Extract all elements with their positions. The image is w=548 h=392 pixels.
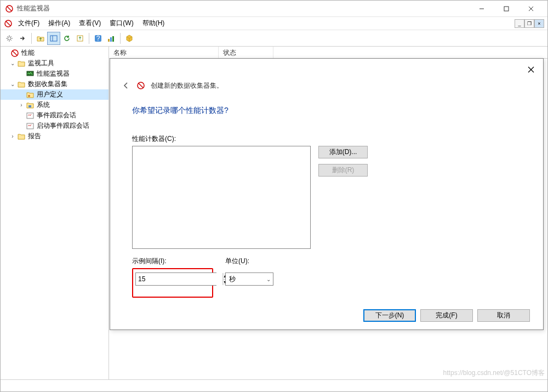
- dialog-close-button[interactable]: [526, 64, 536, 75]
- toolbar-folder-up-icon[interactable]: [34, 32, 47, 45]
- svg-line-18: [13, 51, 17, 55]
- unit-select[interactable]: 秒 ⌄: [225, 272, 273, 286]
- chevron-right-icon[interactable]: ›: [18, 102, 25, 109]
- svg-text:?: ?: [96, 35, 100, 42]
- performance-icon: [10, 49, 19, 58]
- mdi-close-button[interactable]: ×: [534, 19, 544, 28]
- chevron-down-icon: ⌄: [266, 276, 271, 282]
- interval-input[interactable]: [136, 273, 222, 285]
- app-icon: [5, 4, 14, 13]
- toolbar-gear-icon[interactable]: [3, 32, 16, 45]
- svg-line-27: [139, 83, 143, 88]
- column-name[interactable]: 名称: [109, 47, 219, 58]
- tree-label: 事件跟踪会话: [37, 111, 76, 120]
- wizard-header: 创建新的数据收集器集。: [110, 81, 543, 95]
- svg-line-7: [6, 21, 10, 26]
- wizard-dialog: 创建新的数据收集器集。 你希望记录哪个性能计数器? 性能计数器(C): 添加(D…: [110, 58, 544, 330]
- mdi-restore-button[interactable]: ❐: [524, 19, 534, 28]
- folder-icon: [17, 132, 26, 141]
- menu-help[interactable]: 帮助(H): [139, 18, 168, 29]
- monitor-icon: [26, 70, 35, 78]
- user-folder-icon: [26, 90, 35, 99]
- svg-rect-14: [108, 39, 110, 42]
- trace-icon: [26, 111, 35, 120]
- toolbar-export-icon[interactable]: [73, 32, 87, 45]
- cancel-button[interactable]: 取消: [477, 309, 530, 322]
- wizard-question: 你希望记录哪个性能计数器?: [132, 106, 521, 116]
- unit-value: 秒: [229, 275, 236, 284]
- system-folder-icon: [26, 101, 35, 110]
- menu-window[interactable]: 窗口(W): [106, 18, 136, 29]
- chevron-right-icon[interactable]: [3, 50, 9, 56]
- add-button[interactable]: 添加(D)...: [318, 146, 368, 158]
- dialog-footer: 下一步(N) 完成(F) 取消: [363, 309, 530, 322]
- statusbar: [1, 379, 547, 391]
- svg-line-1: [7, 7, 12, 11]
- tree-label: 用户定义: [37, 90, 63, 99]
- svg-rect-16: [112, 36, 114, 42]
- svg-rect-21: [28, 105, 31, 107]
- app-icon-small: [4, 19, 13, 28]
- tree-label: 监视工具: [28, 59, 54, 68]
- performance-counters-listbox[interactable]: [132, 146, 311, 249]
- tree-event-trace[interactable]: 事件跟踪会话: [1, 110, 109, 121]
- tree-pane: 性能 ⌄ 监视工具 性能监视器 ⌄ 数据收集器集 用户定义: [1, 47, 109, 379]
- tree-label: 数据收集器集: [28, 79, 67, 89]
- finish-button[interactable]: 完成(F): [420, 309, 473, 322]
- wizard-body: 你希望记录哪个性能计数器? 性能计数器(C): 添加(D)... 删除(R) 示…: [110, 95, 543, 298]
- watermark: https://blog.csdn.net/@51CTO博客: [443, 368, 545, 378]
- chevron-down-icon[interactable]: ⌄: [9, 60, 16, 67]
- tree-label: 性能: [21, 48, 35, 58]
- svg-point-20: [28, 95, 30, 97]
- titlebar: 性能监视器: [1, 1, 547, 17]
- menu-file[interactable]: 文件(F): [15, 18, 43, 29]
- interval-spinbox[interactable]: ▲ ▼: [135, 272, 216, 286]
- menu-view[interactable]: 查看(V): [76, 18, 104, 29]
- remove-button[interactable]: 删除(R): [318, 164, 368, 177]
- tree-reports[interactable]: › 报告: [1, 131, 109, 141]
- menu-action[interactable]: 操作(A): [45, 18, 73, 29]
- maximize-button[interactable]: [494, 1, 518, 16]
- interval-label: 示例间隔(I):: [132, 257, 213, 266]
- svg-rect-15: [110, 37, 112, 42]
- toolbar-help-icon[interactable]: ?: [92, 32, 105, 45]
- svg-rect-3: [504, 7, 509, 11]
- tree-root[interactable]: 性能: [1, 48, 109, 58]
- toolbar-refresh-icon[interactable]: [60, 32, 73, 45]
- minimize-button[interactable]: [469, 1, 494, 16]
- unit-label: 单位(U):: [225, 257, 273, 266]
- column-status[interactable]: 状态: [219, 47, 273, 58]
- highlight-annotation: ▲ ▼: [132, 268, 213, 298]
- tree-system[interactable]: › 系统: [1, 100, 109, 110]
- tree-label: 启动事件跟踪会话: [37, 121, 89, 130]
- tree-label: 性能监视器: [37, 69, 70, 78]
- toolbar: ?: [1, 30, 547, 47]
- wizard-title: 创建新的数据收集器集。: [151, 81, 223, 90]
- window-title: 性能监视器: [17, 4, 469, 13]
- tree-user-defined[interactable]: 用户定义: [1, 89, 109, 100]
- tree-monitoring-tools[interactable]: ⌄ 监视工具: [1, 58, 109, 69]
- toolbar-cube-icon[interactable]: [123, 32, 136, 45]
- menubar: 文件(F) 操作(A) 查看(V) 窗口(W) 帮助(H) _ ❐ ×: [1, 17, 547, 30]
- toolbar-forward-icon[interactable]: [16, 32, 29, 45]
- svg-rect-9: [50, 36, 57, 41]
- folder-icon: [17, 80, 26, 89]
- back-button[interactable]: [121, 81, 131, 90]
- list-header: 名称 状态: [109, 47, 547, 59]
- mdi-minimize-button[interactable]: _: [515, 19, 524, 28]
- tree-data-collector-sets[interactable]: ⌄ 数据收集器集: [1, 79, 109, 89]
- tree-label: 系统: [37, 100, 50, 110]
- chevron-down-icon[interactable]: ⌄: [9, 81, 16, 88]
- trace-icon: [26, 122, 35, 130]
- toolbar-layout-icon[interactable]: [47, 32, 60, 45]
- folder-icon: [17, 59, 26, 68]
- svg-point-8: [8, 37, 11, 40]
- toolbar-chart-icon[interactable]: [105, 32, 118, 45]
- counters-label: 性能计数器(C):: [132, 134, 521, 144]
- tree-startup-event-trace[interactable]: 启动事件跟踪会话: [1, 121, 109, 131]
- close-button[interactable]: [518, 1, 543, 16]
- tree-performance-monitor[interactable]: 性能监视器: [1, 69, 109, 79]
- tree-label: 报告: [28, 132, 41, 141]
- chevron-right-icon[interactable]: ›: [9, 133, 16, 140]
- next-button[interactable]: 下一步(N): [363, 309, 416, 322]
